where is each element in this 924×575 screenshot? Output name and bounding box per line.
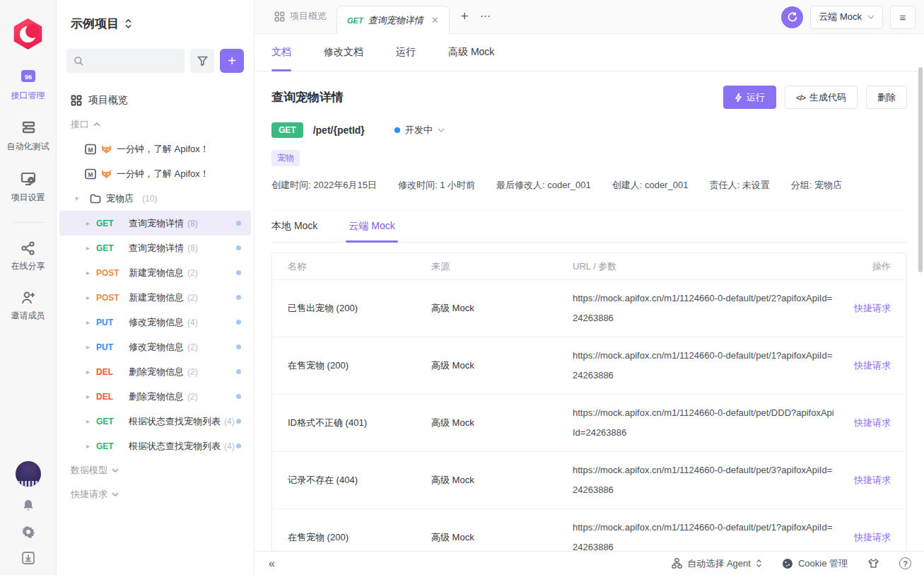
chevron-right-icon: ▸: [86, 294, 96, 301]
tab-title: 查询宠物详情: [368, 14, 423, 27]
quick-request-link[interactable]: 快捷请求: [854, 417, 891, 428]
meta-modified-time: 修改时间: 1 小时前: [398, 179, 475, 192]
endpoint-method-line: GET /pet/{petId} 开发中: [271, 122, 907, 138]
run-button[interactable]: 运行: [723, 86, 776, 109]
tag-pet[interactable]: 宠物: [271, 150, 300, 166]
invite-member-icon: [21, 291, 36, 305]
folder-icon: [90, 194, 101, 204]
close-tab-icon[interactable]: ✕: [431, 15, 439, 25]
left-rail: 96 接口管理 自动化测试 项目设置 在线分享: [0, 0, 57, 575]
status-selector[interactable]: 开发中: [394, 124, 445, 137]
hamburger-icon: ≡: [900, 11, 906, 23]
help-icon[interactable]: ?: [899, 557, 911, 569]
tab-cloud-mock[interactable]: 云端 Mock: [349, 220, 394, 242]
status-bar: « 自动选择 Agent Cookie 管理: [255, 551, 924, 575]
endpoint-title: 查询宠物详情: [271, 89, 344, 105]
api-tree-item[interactable]: ▸ GET 查询宠物详情 (8): [59, 236, 251, 260]
api-tree-item[interactable]: ▸ POST 新建宠物信息 (2): [59, 285, 251, 310]
mock-tabs: 本地 Mock 云端 Mock: [271, 210, 907, 243]
sync-button[interactable]: [781, 6, 803, 28]
add-button[interactable]: +: [220, 49, 244, 73]
svg-text:96: 96: [24, 74, 31, 81]
unsaved-dot: [236, 394, 241, 399]
rail-item-online-share[interactable]: 在线分享: [11, 241, 45, 272]
api-tree-item[interactable]: ▸ DEL 删除宠物信息 (2): [59, 359, 251, 384]
unsaved-dot: [236, 270, 241, 275]
section-data-models[interactable]: 数据模型: [57, 458, 254, 482]
tab-method-label: GET: [347, 16, 363, 25]
filter-funnel-icon: [197, 56, 208, 66]
rail-item-api-management[interactable]: 96 接口管理: [11, 68, 45, 102]
environment-menu-button[interactable]: ≡: [890, 6, 916, 29]
mock-table-header: 名称 来源 URL / 参数 操作: [272, 253, 906, 280]
quick-request-link[interactable]: 快捷请求: [854, 532, 891, 542]
api-tree-item[interactable]: ▸ DEL 删除宠物信息 (2): [59, 384, 251, 409]
project-switcher[interactable]: 示例项目: [57, 16, 254, 32]
vertical-scrollbar[interactable]: [918, 67, 923, 272]
share-icon: [21, 241, 36, 255]
api-management-icon: 96: [19, 68, 37, 85]
doc-item[interactable]: M 一分钟，了解 Apifox！: [59, 161, 251, 186]
download-client-icon[interactable]: [21, 551, 35, 565]
quick-request-link[interactable]: 快捷请求: [854, 303, 891, 313]
cookie-manager[interactable]: Cookie 管理: [782, 557, 848, 570]
delete-button[interactable]: 删除: [866, 86, 907, 109]
mock-row: 已售出宠物 (200) 高级 Mock https://mock.apifox.…: [272, 280, 906, 337]
api-tree-item-selected[interactable]: ▸ GET 查询宠物详情 (8): [59, 211, 251, 236]
user-avatar[interactable]: [16, 461, 41, 487]
section-api[interactable]: 接口: [57, 112, 254, 137]
fox-icon: [101, 144, 112, 154]
tab-run[interactable]: 运行: [396, 34, 416, 71]
folder-petstore[interactable]: ▾ 宠物店 (10): [59, 186, 251, 211]
generate-code-button[interactable]: </> 生成代码: [785, 86, 858, 109]
chevron-right-icon: ▸: [86, 417, 96, 425]
quick-request-link[interactable]: 快捷请求: [854, 475, 891, 485]
collapse-sidebar-icon[interactable]: «: [269, 557, 275, 570]
more-tabs-icon[interactable]: ⋯: [480, 0, 491, 33]
api-tree-item[interactable]: ▸ PUT 修改宠物信息 (2): [59, 335, 251, 359]
rail-item-automated-testing[interactable]: 自动化测试: [7, 120, 49, 153]
agent-selector[interactable]: 自动选择 Agent: [672, 557, 762, 570]
chevron-down-icon: [112, 468, 119, 472]
unsaved-dot: [236, 419, 241, 424]
rail-item-project-settings[interactable]: 项目设置: [11, 171, 45, 204]
api-tree-item[interactable]: ▸ GET 根据状态查找宠物列表 (4): [59, 409, 251, 434]
svg-text:M: M: [88, 170, 93, 178]
chevron-down-icon: [112, 492, 119, 496]
doc-item[interactable]: M 一分钟，了解 Apifox！: [59, 137, 251, 161]
endpoint-path: /pet/{petId}: [313, 124, 365, 136]
section-quick-request[interactable]: 快捷请求: [57, 482, 254, 506]
api-tree-item[interactable]: ▸ POST 新建宠物信息 (2): [59, 260, 251, 285]
project-name: 示例项目: [71, 16, 119, 32]
notifications-bell-icon[interactable]: [21, 499, 35, 513]
api-tree-item[interactable]: ▸ PUT 修改宠物信息 (4): [59, 310, 251, 335]
grid-icon: [71, 95, 82, 106]
tab-advanced-mock[interactable]: 高级 Mock: [448, 34, 494, 71]
apifox-logo[interactable]: [13, 18, 44, 50]
quick-request-link[interactable]: 快捷请求: [854, 360, 891, 371]
tab-project-overview[interactable]: 项目概览: [264, 0, 337, 33]
tab-docs[interactable]: 文档: [271, 34, 291, 71]
unsaved-dot: [236, 295, 241, 300]
clothes-theme-icon[interactable]: [867, 558, 879, 569]
code-icon: </>: [796, 93, 805, 102]
endpoint-content: 查询宠物详情 运行 </> 生成代码 删除: [255, 71, 924, 551]
rail-item-invite-member[interactable]: 邀请成员: [11, 291, 45, 322]
tab-edit-docs[interactable]: 修改文档: [324, 34, 363, 71]
lightning-icon: [735, 93, 742, 103]
api-tree-item[interactable]: ▸ GET 根据状态查找宠物列表 (4): [59, 434, 251, 458]
environment-selector[interactable]: 云端 Mock: [810, 6, 883, 29]
tab-active-endpoint[interactable]: GET 查询宠物详情 ✕: [337, 6, 450, 34]
cookie-icon: [782, 558, 793, 569]
filter-button[interactable]: [190, 49, 214, 73]
search-input[interactable]: [66, 49, 185, 73]
mock-row: 在售宠物 (200) 高级 Mock https://mock.apifox.c…: [272, 509, 906, 551]
mock-table: 名称 来源 URL / 参数 操作 已售出宠物 (200) 高级 Mock ht…: [271, 252, 907, 551]
new-tab-button[interactable]: +: [450, 0, 480, 33]
chevron-down-icon: [438, 128, 445, 132]
sidebar-item-project-overview[interactable]: 项目概览: [57, 88, 254, 112]
mock-row: 在售宠物 (200) 高级 Mock https://mock.apifox.c…: [272, 337, 906, 395]
settings-gear-icon[interactable]: [21, 525, 35, 539]
tab-local-mock[interactable]: 本地 Mock: [271, 220, 317, 242]
unsaved-dot: [236, 443, 241, 448]
